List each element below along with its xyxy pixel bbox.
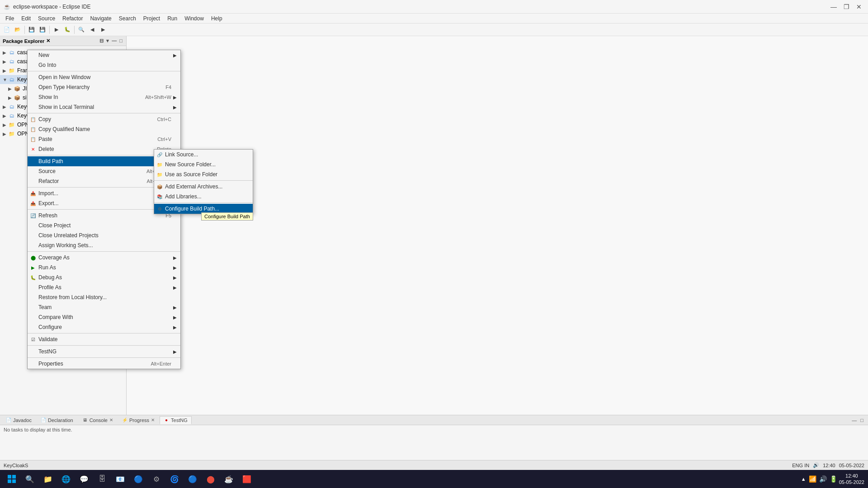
- bpanel-minimize-icon[interactable]: —: [851, 417, 858, 424]
- btab-testng-label: TestNG: [171, 418, 188, 423]
- cm-paste[interactable]: 📋 Paste Ctrl+V: [28, 134, 180, 144]
- taskbar-file-explorer[interactable]: 📁: [40, 471, 56, 487]
- configure-build-path-tooltip: Configure Build Path: [201, 212, 253, 221]
- cm-profile-as[interactable]: Profile As ▶: [28, 282, 180, 292]
- bpanel-maximize-icon[interactable]: □: [859, 417, 864, 424]
- toolbar-search[interactable]: 🔍: [76, 25, 86, 35]
- toolbar-save-all[interactable]: 💾: [38, 25, 47, 35]
- pe-menu-icon[interactable]: ▾: [105, 38, 110, 44]
- btab-console-close[interactable]: ✕: [109, 418, 113, 422]
- cm-go-into[interactable]: Go Into: [28, 60, 180, 70]
- taskbar-app1[interactable]: 🔵: [130, 471, 146, 487]
- cm-debug-as[interactable]: 🐛 Debug As ▶: [28, 272, 180, 282]
- progress-icon: ⚡: [122, 418, 127, 423]
- taskbar-app3[interactable]: ⬤: [203, 471, 219, 487]
- sm-add-libraries[interactable]: 📚 Add Libraries...: [154, 192, 253, 202]
- cm-coverage-as[interactable]: ⬤ Coverage As ▶: [28, 253, 180, 263]
- svg-rect-1: [12, 475, 16, 479]
- sm-new-source-folder[interactable]: 📁 New Source Folder...: [154, 160, 253, 169]
- taskbar-clock[interactable]: 12:40 05-05-2022: [839, 473, 864, 486]
- sm-link-source[interactable]: 🔗 Link Source...: [154, 150, 253, 160]
- cm-run-as[interactable]: ▶ Run As ▶: [28, 263, 180, 272]
- taskbar-eclipse[interactable]: ☕: [221, 471, 237, 487]
- sm-use-as-source-folder[interactable]: 📁 Use as Source Folder: [154, 169, 253, 179]
- taskbar-sql[interactable]: 🗄: [94, 471, 110, 487]
- toolbar-save[interactable]: 💾: [27, 25, 37, 35]
- window-title: eclipse-workspace - Eclipse IDE: [13, 4, 90, 10]
- menu-file[interactable]: File: [2, 14, 18, 23]
- cm-close-unrelated[interactable]: Close Unrelated Projects: [28, 230, 180, 240]
- cm-open-new-window[interactable]: Open in New Window: [28, 72, 180, 82]
- pe-close-icon[interactable]: ✕: [46, 38, 50, 44]
- taskbar-network-icon[interactable]: 📶: [809, 475, 816, 483]
- cm-testng[interactable]: TestNG ▶: [28, 347, 180, 357]
- cm-team[interactable]: Team ▶: [28, 302, 180, 312]
- cm-validate[interactable]: ☑ Validate: [28, 334, 180, 344]
- tree-arrow: ▶: [8, 95, 14, 100]
- btab-declaration-label: Declaration: [48, 418, 73, 423]
- tree-arrow: ▶: [3, 50, 8, 55]
- cm-restore-local-history[interactable]: Restore from Local History...: [28, 292, 180, 302]
- cm-copy[interactable]: 📋 Copy Ctrl+C: [28, 114, 180, 124]
- btab-console[interactable]: 🖥 Console ✕: [78, 416, 117, 424]
- toolbar-debug[interactable]: 🐛: [62, 25, 72, 35]
- taskbar-chevron-icon[interactable]: ▲: [801, 476, 806, 482]
- sm-add-external-archives[interactable]: 📦 Add External Archives...: [154, 182, 253, 192]
- cm-show-in[interactable]: Show In Alt+Shift+W ▶: [28, 92, 180, 102]
- menu-refactor[interactable]: Refactor: [59, 14, 86, 23]
- restore-button[interactable]: ❐: [841, 1, 852, 12]
- cm-close-project[interactable]: Close Project: [28, 221, 180, 230]
- cm-properties[interactable]: Properties Alt+Enter: [28, 359, 180, 369]
- taskbar-search-button[interactable]: 🔍: [22, 471, 38, 487]
- cm-open-type-hierarchy[interactable]: Open Type Hierarchy F4: [28, 82, 180, 92]
- menu-edit[interactable]: Edit: [18, 14, 34, 23]
- copy-qualified-icon: 📋: [29, 126, 37, 133]
- btab-declaration[interactable]: 📄 Declaration: [37, 416, 77, 424]
- bottom-tabs-bar: 📄 Javadoc 📄 Declaration 🖥 Console ✕ ⚡ Pr…: [0, 415, 868, 425]
- tree-arrow: ▼: [3, 77, 8, 82]
- close-button[interactable]: ✕: [854, 1, 864, 12]
- toolbar-new[interactable]: 📄: [2, 25, 12, 35]
- cm-new[interactable]: New ▶: [28, 50, 180, 60]
- delete-icon: ✕: [29, 145, 37, 153]
- cm-copy-qualified[interactable]: 📋 Copy Qualified Name: [28, 124, 180, 134]
- sm-sep2: [154, 202, 253, 203]
- sm-add-external-label: Add External Archives...: [165, 183, 222, 190]
- btab-javadoc[interactable]: 📄 Javadoc: [2, 416, 36, 424]
- taskbar-edge[interactable]: 🔵: [184, 471, 201, 487]
- btab-testng[interactable]: ● TestNG: [160, 416, 192, 424]
- pe-collapse-icon[interactable]: ⊟: [99, 38, 104, 44]
- taskbar-volume-icon[interactable]: 🔊: [819, 475, 827, 483]
- toolbar-next[interactable]: ▶: [98, 25, 108, 35]
- taskbar-settings[interactable]: ⚙: [148, 471, 165, 487]
- pe-minimize-icon[interactable]: —: [111, 38, 118, 44]
- menu-navigate[interactable]: Navigate: [86, 14, 115, 23]
- taskbar-teams[interactable]: 💬: [76, 471, 92, 487]
- menu-source[interactable]: Source: [34, 14, 59, 23]
- taskbar-browser[interactable]: 🌐: [58, 471, 74, 487]
- menu-window[interactable]: Window: [181, 14, 208, 23]
- cm-assign-working-sets[interactable]: Assign Working Sets...: [28, 240, 180, 250]
- menu-project[interactable]: Project: [140, 14, 164, 23]
- tree-arrow: ▶: [3, 68, 8, 73]
- taskbar-mail[interactable]: 📧: [112, 471, 128, 487]
- toolbar-open[interactable]: 📂: [13, 25, 23, 35]
- menu-search[interactable]: Search: [115, 14, 140, 23]
- import-icon: 📥: [29, 190, 37, 197]
- taskbar-app2[interactable]: 🌀: [166, 471, 183, 487]
- menu-run[interactable]: Run: [164, 14, 181, 23]
- toolbar-run[interactable]: ▶: [52, 25, 61, 35]
- windows-start-button[interactable]: [4, 471, 20, 487]
- cm-compare-with[interactable]: Compare With ▶: [28, 312, 180, 322]
- cm-show-in-local-terminal[interactable]: Show in Local Terminal ▶: [28, 102, 180, 112]
- taskbar-redhat[interactable]: 🟥: [239, 471, 255, 487]
- toolbar-prev[interactable]: ◀: [87, 25, 97, 35]
- btab-progress-close[interactable]: ✕: [151, 418, 155, 422]
- cm-configure[interactable]: Configure ▶: [28, 322, 180, 332]
- minimize-button[interactable]: —: [828, 1, 839, 12]
- btab-progress[interactable]: ⚡ Progress ✕: [118, 416, 159, 424]
- taskbar-battery-icon[interactable]: 🔋: [830, 475, 837, 483]
- folder-icon: 📁: [8, 130, 15, 137]
- pe-maximize-icon[interactable]: □: [118, 38, 123, 44]
- menu-help[interactable]: Help: [208, 14, 226, 23]
